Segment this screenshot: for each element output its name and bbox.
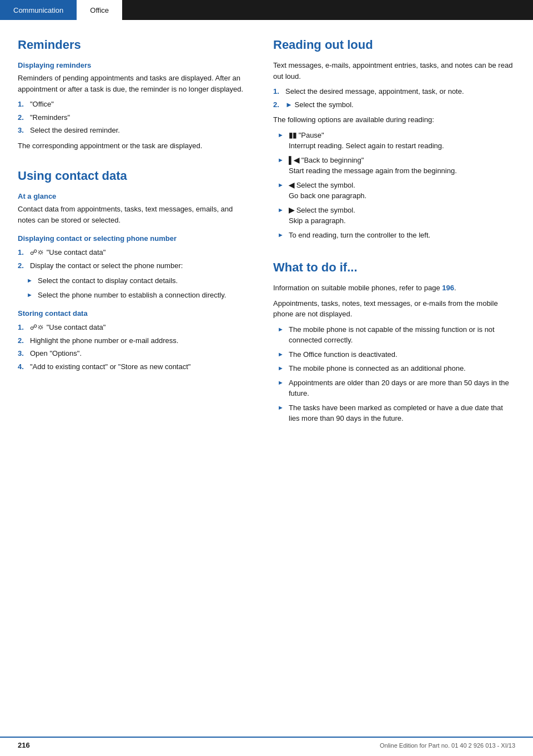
storing-step-3: 3. Open "Options". xyxy=(18,348,251,359)
step-text: Display the contact or select the phone … xyxy=(30,260,251,271)
arrow-icon: ► xyxy=(278,205,285,226)
reading-out-loud-body: Text messages, e-mails, appointment entr… xyxy=(273,60,515,82)
reminders-body2: The corresponding appointment or the tas… xyxy=(18,140,251,152)
step-text: "Add to existing contact" or "Store as n… xyxy=(30,361,251,372)
reading-option-skip-para: ► ▶ Select the symbol. Skip a paragraph. xyxy=(278,205,515,226)
step-num: 1. xyxy=(18,99,27,110)
arrow-icon: ► xyxy=(278,230,285,241)
main-content: Reminders Displaying reminders Reminders… xyxy=(0,20,533,461)
pause-icon: ▮▮ xyxy=(289,131,299,139)
option-text: ▶ Select the symbol. Skip a paragraph. xyxy=(289,205,515,226)
option-text: ▮▮ "Pause" Interrupt reading. Select aga… xyxy=(289,130,515,152)
reading-option-pause: ► ▮▮ "Pause" Interrupt reading. Select a… xyxy=(278,130,515,152)
step-num: 2. xyxy=(18,335,27,346)
reminders-step-1: 1. "Office" xyxy=(18,99,251,110)
displaying-contact-step-2: 2. Display the contact or select the pho… xyxy=(18,260,251,271)
wtd-bullet-3: ► The mobile phone is connected as an ad… xyxy=(278,363,515,374)
step-num: 3. xyxy=(18,348,27,359)
at-a-glance-title: At a glance xyxy=(18,192,251,200)
nav-tab-communication[interactable]: Communication xyxy=(0,0,77,20)
nav-tab-office[interactable]: Office xyxy=(77,0,122,20)
bullet-text: Select the contact to display contact de… xyxy=(38,275,251,286)
option-text: ▌◀ "Back to beginning" Start reading the… xyxy=(289,155,515,177)
step-text: "Reminders" xyxy=(30,112,251,123)
step-text: ► Select the symbol. xyxy=(285,99,515,110)
displaying-contact-bullets-list: ► Select the contact to display contact … xyxy=(27,275,251,300)
reminders-step-3: 3. Select the desired reminder. xyxy=(18,125,251,136)
wtd-bullet-4: ► Appointments are older than 20 days or… xyxy=(278,377,515,399)
storing-step-2: 2. Highlight the phone number or e-mail … xyxy=(18,335,251,346)
reading-step-2: 2. ► Select the symbol. xyxy=(273,99,515,110)
reading-option-back-para: ► ◀ Select the symbol. Go back one parag… xyxy=(278,180,515,201)
storing-step-1: 1. ☍⛭ "Use contact data" xyxy=(18,322,251,333)
skip-para-icon: ▶ xyxy=(289,206,296,214)
reading-options-intro: The following options are available duri… xyxy=(273,114,515,125)
displaying-reminders-body: Reminders of pending appointments and ta… xyxy=(18,73,251,94)
step-text: Highlight the phone number or e-mail add… xyxy=(30,335,251,346)
top-navigation: Communication Office xyxy=(0,0,533,20)
arrow-icon: ► xyxy=(27,290,34,301)
right-column: Reading out loud Text messages, e-mails,… xyxy=(273,38,515,427)
step-text: Open "Options". xyxy=(30,348,251,359)
wtd-bullet-5: ► The tasks have been marked as complete… xyxy=(278,402,515,424)
what-to-do-bullets-list: ► The mobile phone is not capable of the… xyxy=(278,324,515,424)
displaying-reminders-title: Displaying reminders xyxy=(18,61,251,69)
arrow-icon: ► xyxy=(278,378,285,399)
footer: 216 Online Edition for Part no. 01 40 2 … xyxy=(0,737,533,749)
back-beginning-icon: ▌◀ xyxy=(289,156,301,164)
wtd-bullet-2: ► The Office function is deactivated. xyxy=(278,349,515,360)
arrow-icon: ► xyxy=(278,350,285,360)
wtd-bullet-1: ► The mobile phone is not capable of the… xyxy=(278,324,515,346)
bullet-text: The mobile phone is not capable of the m… xyxy=(289,324,515,346)
displaying-contact-step-1: 1. ☍⛭ "Use contact data" xyxy=(18,247,251,258)
step-num: 1. xyxy=(18,247,27,258)
bullet-text: The mobile phone is connected as an addi… xyxy=(289,363,515,374)
reading-option-back-beginning: ► ▌◀ "Back to beginning" Start reading t… xyxy=(278,155,515,177)
at-a-glance-body: Contact data from appointments, tasks, t… xyxy=(18,204,251,225)
arrow-icon: ► xyxy=(278,364,285,374)
page-number: 216 xyxy=(18,741,30,749)
reminders-steps-list: 1. "Office" 2. "Reminders" 3. Select the… xyxy=(18,99,251,136)
bullet-text: The Office function is deactivated. xyxy=(289,349,515,360)
displaying-contact-title: Displaying contact or selecting phone nu… xyxy=(18,234,251,243)
bullet-1: ► Select the contact to display contact … xyxy=(27,275,251,286)
bullet-text: Appointments are older than 20 days or a… xyxy=(289,377,515,399)
storing-step-4: 4. "Add to existing contact" or "Store a… xyxy=(18,361,251,372)
step-text: ☍⛭ "Use contact data" xyxy=(30,322,251,333)
step-num: 4. xyxy=(18,361,27,372)
contact-icon-2: ☍⛭ xyxy=(30,323,47,331)
step-num: 1. xyxy=(273,86,282,97)
reading-step-1: 1. Select the desired message, appointme… xyxy=(273,86,515,97)
step-text: "Office" xyxy=(30,99,251,110)
arrow-icon: ► xyxy=(278,155,285,177)
bullet-2: ► Select the phone number to establish a… xyxy=(27,290,251,301)
storing-contact-steps-list: 1. ☍⛭ "Use contact data" 2. Highlight th… xyxy=(18,322,251,372)
option-text: ◀ Select the symbol. Go back one paragra… xyxy=(289,180,515,201)
footer-text: Online Edition for Part no. 01 40 2 926 … xyxy=(380,742,515,749)
using-contact-title: Using contact data xyxy=(18,169,251,183)
what-to-do-title: What to do if... xyxy=(273,260,515,275)
step-num: 2. xyxy=(18,260,27,271)
arrow-icon: ► xyxy=(27,276,34,286)
step-text: Select the desired message, appointment,… xyxy=(285,86,515,97)
bullet-text: Select the phone number to establish a c… xyxy=(38,290,251,301)
back-para-icon: ◀ xyxy=(289,181,296,189)
displaying-contact-steps-list: 1. ☍⛭ "Use contact data" 2. Display the … xyxy=(18,247,251,271)
contact-icon: ☍⛭ xyxy=(30,248,47,256)
arrow-icon: ► xyxy=(278,180,285,201)
reading-out-loud-title: Reading out loud xyxy=(273,38,515,52)
what-to-do-intro: Information on suitable mobile phones, r… xyxy=(273,283,515,294)
arrow-icon: ► xyxy=(278,130,285,152)
what-to-do-body2: Appointments, tasks, notes, text message… xyxy=(273,298,515,320)
step-text: ☍⛭ "Use contact data" xyxy=(30,247,251,258)
option-text: To end reading, turn the controller to t… xyxy=(289,230,515,241)
reading-steps-list: 1. Select the desired message, appointme… xyxy=(273,86,515,110)
reminders-title: Reminders xyxy=(18,38,251,52)
step-num: 2. xyxy=(18,112,27,123)
step-text: Select the desired reminder. xyxy=(30,125,251,136)
reading-option-end: ► To end reading, turn the controller to… xyxy=(278,230,515,241)
arrow-icon: ► xyxy=(278,403,285,424)
reading-options-list: ► ▮▮ "Pause" Interrupt reading. Select a… xyxy=(278,130,515,241)
reminders-step-2: 2. "Reminders" xyxy=(18,112,251,123)
play-icon: ► xyxy=(285,100,294,109)
